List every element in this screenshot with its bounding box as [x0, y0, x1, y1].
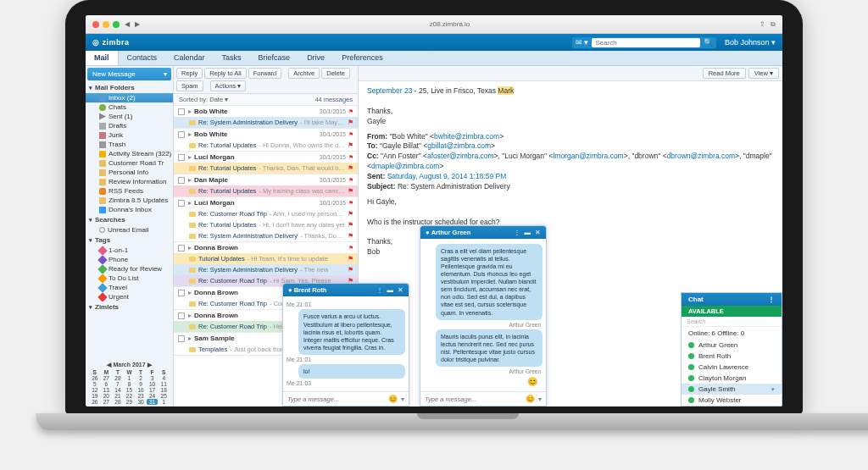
folder-item[interactable]: Drafts — [86, 121, 173, 130]
thread-message[interactable]: Re: Tutorial Updates - Hi, I don't have … — [174, 219, 358, 230]
toolbar-deletebutton[interactable]: Delete — [321, 68, 350, 79]
expand-icon[interactable]: ▸ — [188, 108, 192, 115]
folders-header[interactable]: Mail Folders — [86, 82, 173, 93]
calendar-day[interactable]: 6 — [101, 381, 113, 387]
calendar-day[interactable]: 26 — [89, 375, 101, 381]
expand-icon[interactable]: ▸ — [188, 289, 192, 296]
thread-message[interactable]: Re: Tutorial Updates - Thanks, Dan. That… — [174, 163, 358, 174]
flag-icon[interactable]: ⚑ — [348, 221, 353, 229]
chat-window-brent[interactable]: ● Brent Roth ⋮ ▬ ✕ Me 21:01 Fusce varius… — [282, 283, 409, 406]
minimize-dot[interactable] — [103, 21, 109, 28]
to-email-link[interactable]: gbillat@zimbra.com — [427, 141, 491, 150]
global-search[interactable]: ✉ ▾ 🔍 — [572, 37, 716, 48]
thread-message[interactable]: Re: System Administration Delivery - The… — [174, 264, 358, 275]
flag-icon[interactable]: ⚑ — [348, 187, 353, 195]
close-dot[interactable] — [92, 21, 99, 28]
thread-message[interactable]: Re: System Administration Delivery - Tha… — [174, 230, 358, 241]
flag-icon[interactable]: ⚑ — [348, 210, 353, 218]
folder-item[interactable]: RSS Feeds — [86, 186, 173, 196]
chat-input[interactable] — [287, 395, 385, 403]
mini-calendar[interactable]: ◀ March 2017 ▶ SMTWTFS262728123456789101… — [86, 359, 173, 406]
calendar-day[interactable]: 22 — [124, 393, 136, 399]
expand-icon[interactable]: ▸ — [188, 335, 192, 342]
view-menu[interactable]: View ▾ — [748, 68, 779, 79]
calendar-day[interactable]: 29 — [124, 399, 136, 405]
tag-item[interactable]: Ready for Review — [86, 264, 173, 274]
tab-preferences[interactable]: Preferences — [333, 51, 392, 65]
thread-message[interactable]: Tutorial Updates - Hi Team, It's time to… — [174, 253, 358, 264]
tag-item[interactable]: To Do List — [86, 274, 173, 283]
thread-header[interactable]: ▸Bob White30/1/2015⚑ — [174, 129, 358, 140]
zimlets-header[interactable]: Zimlets — [86, 301, 173, 312]
flag-icon[interactable]: ⚑ — [348, 200, 353, 207]
calendar-day[interactable]: 2 — [135, 375, 147, 381]
flag-icon[interactable]: ⚑ — [348, 141, 353, 149]
folder-item[interactable]: Trash — [86, 140, 173, 149]
flag-icon[interactable]: ⚑ — [348, 255, 353, 263]
folder-item[interactable]: Personal Info — [86, 168, 173, 177]
tag-item[interactable]: Urgent — [86, 292, 173, 301]
search-scope-icon[interactable]: ✉ ▾ — [576, 38, 589, 47]
chat-menu-icon[interactable]: ⋮ — [514, 229, 520, 236]
calendar-day[interactable]: 11 — [158, 381, 170, 387]
buddy-item[interactable]: Calvin Lawrence — [682, 362, 782, 373]
calendar-day[interactable]: 21 — [112, 393, 124, 399]
calendar-day[interactable]: 14 — [112, 387, 124, 393]
chat-menu-icon[interactable]: ⋮ — [376, 286, 383, 294]
calendar-day[interactable]: 31 — [147, 399, 159, 405]
folder-item[interactable]: Activity Stream (322) — [86, 149, 173, 158]
thread-header[interactable]: ▸Donna Brown⚑ — [174, 242, 358, 253]
calendar-day[interactable]: 18 — [158, 387, 170, 393]
sort-bar[interactable]: Sorted by: Date ▾ 44 messages — [174, 94, 358, 106]
tag-item[interactable]: Travel — [86, 283, 173, 292]
buddy-list[interactable]: Chat ⋮ AVAILABLE Search Online: 6 Offlin… — [681, 292, 782, 406]
folder-item[interactable]: Customer Road Tr — [86, 158, 173, 168]
toolbar-forwardbutton[interactable]: Forward — [248, 68, 282, 79]
emoji-icon[interactable]: 😊 — [526, 395, 535, 403]
folder-item[interactable]: Sent (1) — [86, 112, 173, 121]
tab-mail[interactable]: Mail — [86, 51, 119, 65]
flag-icon[interactable]: ⚑ — [348, 108, 353, 115]
flag-icon[interactable]: ⚑ — [348, 266, 353, 274]
flag-icon[interactable]: ⚑ — [348, 164, 353, 172]
calendar-day[interactable]: 7 — [112, 381, 124, 387]
close-icon[interactable]: ✕ — [398, 286, 403, 294]
buddy-item[interactable]: Molly Webster — [682, 395, 782, 406]
nav-back-icon[interactable]: ◀ — [125, 20, 130, 28]
calendar-day[interactable]: 3 — [147, 375, 159, 381]
cc-email-link[interactable]: afoster@zimbra.com — [427, 152, 494, 160]
cc-email-link[interactable]: dmaple@zimbra.com — [371, 162, 439, 170]
calendar-day[interactable]: 24 — [147, 393, 159, 399]
calendar-day[interactable]: 13 — [101, 387, 113, 393]
thread-header[interactable]: ▸Dan Maple30/1/2015⚑ — [174, 174, 358, 185]
toolbar-replybutton[interactable]: Reply — [176, 68, 203, 79]
calendar-day[interactable]: 28 — [112, 399, 124, 405]
chevron-down-icon[interactable]: ▾ — [401, 395, 404, 403]
calendar-day[interactable]: 5 — [89, 381, 101, 387]
checkbox[interactable] — [178, 245, 185, 252]
new-message-button[interactable]: New Message — [87, 68, 171, 80]
toolbar-reply-to-allbutton[interactable]: Reply to All — [204, 68, 247, 79]
checkbox[interactable] — [178, 200, 185, 207]
thread-header[interactable]: ▸Bob White30/1/2015⚑ — [174, 106, 358, 117]
folder-item[interactable]: Zimbra 8.5 Updates — [86, 196, 173, 205]
calendar-day[interactable]: 8 — [124, 381, 136, 387]
expand-icon[interactable]: ▸ — [188, 199, 192, 207]
flag-icon[interactable]: ⚑ — [348, 232, 353, 240]
buddy-item[interactable]: Gayle Smith▾ — [682, 384, 782, 395]
thread-header[interactable]: ▸Luci Morgan30/1/2015⚑ — [174, 197, 358, 208]
folder-item[interactable]: Junk — [86, 130, 173, 140]
expand-icon[interactable]: ▸ — [188, 153, 192, 161]
thread-message[interactable]: Re: System Administration Delivery - I'l… — [174, 117, 358, 128]
flag-icon[interactable]: ⚑ — [348, 154, 353, 161]
toolbar-spambutton[interactable]: Spam — [176, 80, 203, 91]
buddy-item[interactable]: Clayton Morgan — [682, 373, 782, 384]
calendar-day[interactable]: 16 — [135, 387, 147, 393]
flag-icon[interactable]: ⚑ — [348, 177, 353, 184]
address-bar[interactable]: z08.zimbra.io — [145, 20, 754, 28]
tabs-icon[interactable]: ⧉ — [771, 20, 776, 29]
searches-header[interactable]: Searches — [86, 214, 173, 225]
calendar-day[interactable]: 4 — [158, 375, 170, 381]
buddy-item[interactable]: Brent Roth — [682, 351, 782, 362]
calendar-day[interactable]: 1 — [124, 375, 136, 381]
